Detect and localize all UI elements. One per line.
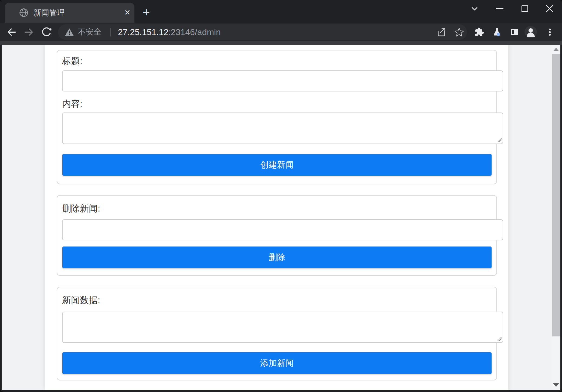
tab-close-icon[interactable]: ✕: [120, 3, 134, 23]
create-news-button[interactable]: 创建新闻: [62, 154, 492, 176]
news-data-card: 新闻数据: 添加新闻: [57, 287, 497, 380]
content-label: 内容:: [62, 98, 496, 109]
page-viewport: 标题: 内容: 创建新闻 删除新闻: 删除: [2, 45, 560, 390]
new-tab-button[interactable]: +: [139, 5, 153, 19]
delete-news-input[interactable]: [62, 219, 503, 240]
url-host: 27.25.151.12: [118, 27, 168, 37]
side-panel-icon[interactable]: [510, 27, 519, 37]
delete-news-label: 删除新闻:: [62, 203, 496, 214]
extensions-puzzle-icon[interactable]: [475, 27, 484, 37]
title-label: 标题:: [62, 56, 496, 67]
address-bar[interactable]: 不安全 27.25.151.12:23146/admin: [58, 24, 467, 40]
url-path: :23146/admin: [168, 27, 221, 37]
add-news-button[interactable]: 添加新闻: [62, 352, 492, 374]
warning-triangle-icon: [65, 27, 74, 37]
delete-news-card: 删除新闻: 删除: [57, 195, 497, 276]
profile-avatar[interactable]: [524, 26, 537, 39]
site-security-chip[interactable]: 不安全: [65, 24, 101, 40]
globe-icon: [19, 8, 29, 18]
resize-grip-icon[interactable]: [497, 137, 502, 142]
security-label: 不安全: [78, 27, 101, 38]
forward-button[interactable]: [23, 26, 35, 38]
reload-button[interactable]: [40, 26, 52, 38]
browser-toolbar: 不安全 27.25.151.12:23146/admin: [0, 23, 562, 42]
delete-button[interactable]: 删除: [62, 246, 492, 268]
scroll-up-arrow[interactable]: [552, 45, 560, 54]
news-data-textarea-wrap: [62, 312, 503, 343]
address-separator: [110, 28, 111, 36]
resize-grip-icon[interactable]: [497, 336, 502, 341]
share-icon[interactable]: [436, 27, 446, 37]
bookmark-star-icon[interactable]: [454, 27, 464, 37]
create-news-card: 标题: 内容: 创建新闻: [57, 50, 497, 184]
url-text: 27.25.151.12:23146/admin: [118, 24, 221, 40]
title-input[interactable]: [62, 70, 503, 91]
news-data-label: 新闻数据:: [62, 295, 496, 306]
back-button[interactable]: [6, 26, 17, 38]
toolbar-bottom-strip: [0, 41, 562, 45]
content-textarea-wrap: [62, 113, 503, 144]
vertical-scrollbar[interactable]: [552, 45, 560, 390]
news-data-textarea[interactable]: [62, 312, 503, 343]
chrome-labs-flask-icon[interactable]: [492, 27, 502, 37]
tab-search-chevron-icon[interactable]: [468, 2, 481, 15]
maximize-button[interactable]: [518, 2, 531, 15]
window-close-button[interactable]: [543, 2, 556, 15]
tab-title: 新闻管理: [33, 3, 65, 23]
title-bar: 新闻管理 ✕ +: [0, 0, 562, 23]
browser-window: 新闻管理 ✕ +: [0, 0, 562, 392]
minimize-button[interactable]: [493, 2, 506, 15]
page-main-panel: 标题: 内容: 创建新闻 删除新闻: 删除: [45, 45, 508, 390]
scroll-down-arrow[interactable]: [552, 381, 560, 390]
content-textarea[interactable]: [62, 113, 503, 144]
scrollbar-thumb[interactable]: [552, 54, 560, 336]
browser-menu-dots-icon[interactable]: [545, 27, 555, 37]
browser-tab[interactable]: 新闻管理 ✕: [5, 3, 134, 23]
